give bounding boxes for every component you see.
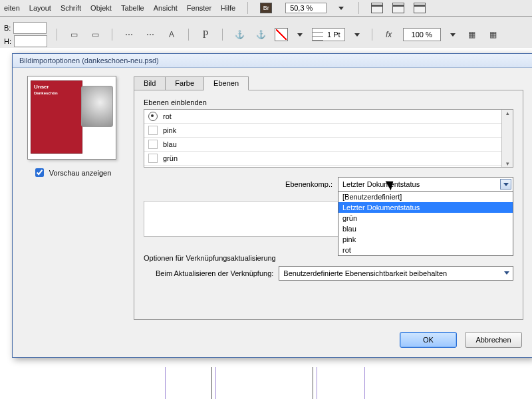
separator	[112, 29, 112, 41]
menu-item[interactable]: Objekt	[90, 4, 112, 12]
cancel-button[interactable]: Abbrechen	[465, 332, 522, 348]
ok-button[interactable]: OK	[400, 332, 457, 348]
separator	[57, 29, 57, 41]
menu-item[interactable]: Schrift	[61, 4, 81, 12]
dropdown-icon[interactable]	[297, 33, 303, 37]
layer-comp-label: Ebenenkomp.:	[285, 180, 332, 188]
layers-list[interactable]: rot pink blau grün ▴▾	[144, 109, 513, 168]
update-link-label: Beim Aktualisieren der Verknüpfung:	[156, 269, 273, 277]
menu-item[interactable]: Tabelle	[121, 4, 144, 12]
option[interactable]: [Benutzerdefiniert]	[338, 192, 513, 202]
separator	[247, 2, 248, 14]
dialog-buttons: OK Abbrechen	[13, 325, 532, 357]
menu-item[interactable]: eiten	[4, 4, 20, 12]
option[interactable]: rot	[338, 245, 513, 255]
size-fields: B: H:	[4, 22, 47, 47]
separator	[188, 29, 189, 41]
layer-row[interactable]: blau	[144, 138, 513, 152]
layer-comp-dropdown[interactable]: Letzter Dokumentstatus [Benutzerdefinier…	[338, 177, 513, 192]
bridge-icon[interactable]: Br	[260, 3, 272, 13]
visibility-eye-icon[interactable]	[148, 154, 158, 163]
chevron-down-icon[interactable]	[500, 179, 511, 190]
scroll-down-icon[interactable]: ▾	[506, 160, 509, 167]
anchor-icon[interactable]: ⚓	[253, 27, 268, 42]
tab-bild[interactable]: Bild	[134, 76, 166, 90]
anchor-icon[interactable]: ⚓	[232, 27, 247, 42]
tab-panel-ebenen: Ebenen einblenden rot pink blau grün ▴▾ …	[134, 90, 523, 320]
option-icon[interactable]: ⋯	[122, 27, 136, 42]
tab-farbe[interactable]: Farbe	[165, 76, 204, 90]
view-mode-icon[interactable]	[392, 3, 404, 13]
layer-name: grün	[163, 154, 178, 162]
stroke-weight[interactable]: 1 Pt	[312, 28, 345, 41]
opacity-field[interactable]: 100 %	[403, 28, 441, 41]
layer-name: blau	[163, 140, 177, 148]
show-preview-input[interactable]	[35, 168, 44, 177]
option[interactable]: pink	[338, 234, 513, 245]
scroll-up-icon[interactable]: ▴	[506, 110, 509, 116]
option-icon[interactable]: ⋯	[143, 27, 158, 42]
visibility-eye-icon[interactable]	[148, 140, 158, 149]
layer-row[interactable]: grün	[144, 152, 513, 166]
height-input[interactable]	[14, 35, 47, 47]
menu-item[interactable]: Ansicht	[154, 4, 178, 12]
menu-item[interactable]: Layout	[29, 4, 51, 12]
dropdown-icon[interactable]	[354, 33, 360, 37]
view-mode-icon[interactable]	[414, 3, 426, 13]
dialog-title: Bildimportoptionen (dankeschoen-neu.psd)	[13, 54, 532, 68]
align-icon[interactable]: ▭	[66, 27, 81, 42]
option[interactable]: blau	[338, 223, 513, 234]
zoom-field[interactable]: 50,3 %	[285, 3, 327, 13]
layer-comp-value: Letzter Dokumentstatus	[342, 180, 420, 188]
width-input[interactable]	[13, 22, 47, 34]
separator	[222, 29, 223, 41]
wrap-icon[interactable]: ▦	[465, 27, 479, 42]
no-fill-icon[interactable]	[275, 28, 288, 41]
tab-ebenen[interactable]: Ebenen	[203, 76, 249, 90]
option-icon[interactable]: A	[164, 27, 179, 42]
preview-thumbnail: UnserDankeschön	[27, 76, 116, 160]
option[interactable]: grün	[338, 213, 513, 223]
separator	[358, 2, 359, 14]
layer-comp-options[interactable]: [Benutzerdefiniert] Letzter Dokumentstat…	[338, 191, 513, 256]
menu-item[interactable]: Fenster	[187, 4, 211, 12]
app-menubar: eiten Layout Schrift Objekt Tabelle Ansi…	[0, 0, 532, 17]
layer-name: rot	[163, 112, 172, 120]
layer-name: pink	[163, 126, 176, 134]
menu-item[interactable]: Hilfe	[221, 4, 235, 12]
wrap-icon[interactable]: ▦	[486, 27, 501, 42]
visibility-eye-icon[interactable]	[148, 112, 158, 121]
dialog-tabs: Bild Farbe Ebenen	[134, 76, 523, 90]
separator	[372, 29, 372, 41]
width-label: B:	[4, 24, 11, 32]
layers-group-label: Ebenen einblenden	[144, 98, 513, 106]
show-preview-checkbox[interactable]: Vorschau anzeigen	[33, 166, 112, 179]
visibility-eye-icon[interactable]	[148, 126, 158, 135]
layer-row[interactable]: pink	[144, 124, 513, 138]
image-import-options-dialog: Bildimportoptionen (dankeschoen-neu.psd)…	[12, 53, 532, 358]
height-label: H:	[4, 37, 11, 45]
align-icon[interactable]: ▭	[88, 27, 102, 42]
view-mode-icon[interactable]	[371, 3, 383, 13]
update-link-value: Benutzerdefinierte Ebenensichtbarkeit be…	[283, 269, 447, 277]
paragraph-icon[interactable]: P	[198, 27, 213, 42]
option[interactable]: Letzter Dokumentstatus	[338, 202, 513, 213]
scrollbar[interactable]: ▴▾	[501, 110, 513, 167]
zoom-stepper-icon[interactable]	[338, 7, 344, 10]
layer-row[interactable]: rot	[144, 110, 513, 124]
chevron-down-icon[interactable]	[501, 268, 511, 277]
fx-icon[interactable]: fx	[382, 27, 396, 42]
dropdown-icon[interactable]	[450, 33, 456, 37]
update-link-dropdown[interactable]: Benutzerdefinierte Ebenensichtbarkeit be…	[279, 266, 513, 281]
show-preview-label: Vorschau anzeigen	[49, 169, 112, 177]
